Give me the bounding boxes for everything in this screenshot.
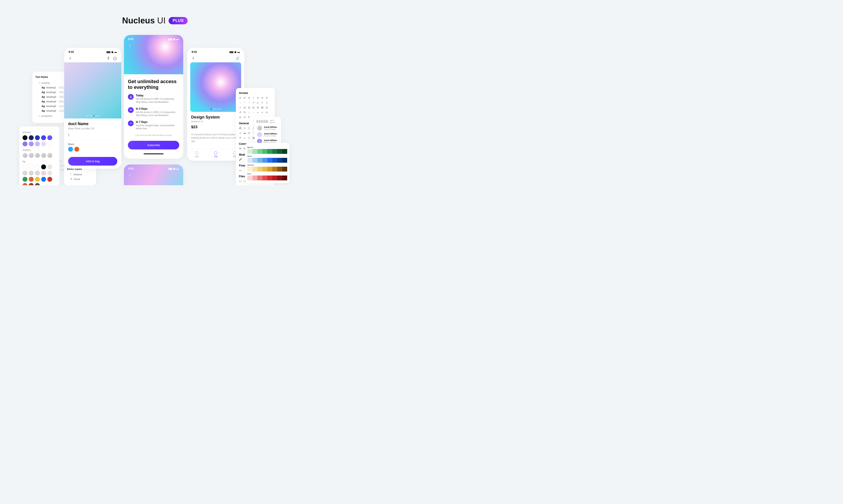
trial-note: 7 day free trial then $99.99 billed annu… — [128, 134, 179, 137]
cart-icon[interactable]: 🛒 — [236, 56, 240, 60]
add-to-bag-button[interactable]: Add to bag — [68, 157, 117, 166]
bag-icon[interactable]: ▢ — [113, 56, 117, 60]
avatar — [22, 153, 28, 158]
status-bar: 9:41 ▮▮▮◉▬ — [64, 48, 121, 55]
avatar — [29, 153, 34, 158]
arrows-grid: ⊙⊙⊙✓⊙⊙⊙↓← →↗↙↖↘⤢⊡⊡⊡ ⊡⊞⊡↺↻‹›«» ⊙⊙↺↻ — [239, 96, 272, 119]
section-title: Arrows — [239, 91, 272, 95]
scale-row — [247, 158, 287, 163]
color-swatch[interactable] — [29, 135, 34, 140]
status-time: 9:41 — [69, 50, 74, 54]
scale-row — [247, 149, 287, 154]
back-icon[interactable] — [192, 56, 195, 60]
status-bar: 9:41 ▮▮▮◉▬ — [187, 48, 244, 55]
color-swatch[interactable] — [35, 135, 40, 140]
feature-item: ▭ In 7 DaysYou'll be charged today, canc… — [128, 121, 179, 130]
product-price: $23 — [191, 125, 240, 129]
battery-icon: ▬ — [237, 51, 240, 53]
avatar — [47, 153, 52, 158]
mail-icon: ✉ — [128, 107, 134, 113]
color-swatch[interactable] — [29, 170, 34, 176]
subscribe-button[interactable]: Subscribe — [128, 141, 179, 149]
profile-item[interactable]: Juinal WilliamProduct Design — [257, 126, 278, 130]
color-swatch[interactable] — [22, 142, 28, 146]
color-swatch[interactable] — [29, 142, 34, 146]
primary-swatches — [22, 135, 56, 146]
color-swatch[interactable] — [47, 170, 52, 176]
colors-panel: primary avatars bg — [19, 126, 59, 185]
avatar — [35, 153, 40, 158]
signal-icon: ▮▮▮ — [229, 51, 234, 54]
variant-swatch[interactable] — [68, 147, 73, 152]
product-hero[interactable] — [64, 62, 121, 119]
headline: Get unlimited access to everything — [128, 79, 179, 90]
color-swatch[interactable] — [41, 164, 46, 169]
color-swatch[interactable] — [29, 183, 34, 185]
color-swatch[interactable] — [41, 135, 46, 140]
primary-label: primary — [22, 131, 56, 133]
status-time: 9:41 — [128, 38, 134, 41]
product-hero[interactable] — [190, 62, 241, 112]
color-swatch[interactable] — [47, 164, 52, 169]
share-icon[interactable]: ⇧ — [106, 56, 110, 60]
back-icon[interactable] — [128, 43, 132, 47]
battery-icon: ▬ — [176, 38, 179, 40]
effect-row[interactable]: ✳focus — [67, 178, 93, 180]
color-swatch[interactable] — [22, 135, 28, 140]
profile-item[interactable]: Juinal WilliamProduct Design — [257, 132, 278, 137]
status-time: 9:41 — [192, 50, 197, 54]
home-indicator — [143, 154, 164, 154]
color-swatch[interactable] — [47, 142, 52, 146]
avatar-stack: and 5 others — [257, 119, 278, 123]
color-swatch[interactable] — [22, 164, 28, 169]
product-address: ilman Drive La Jolla, CA — [68, 127, 117, 130]
plus-badge: PLUS — [169, 17, 188, 24]
color-swatch[interactable] — [47, 177, 52, 182]
color-swatch[interactable] — [41, 170, 46, 176]
product-subtitle: Nucleus UI — [191, 120, 240, 123]
variant-label: Black — [68, 143, 117, 145]
product-title: duct Name — [68, 122, 117, 126]
status-bar: 9:41 ▮▮▮◉▬ — [124, 164, 183, 172]
variant-swatch[interactable] — [74, 147, 79, 152]
avatar — [41, 153, 46, 158]
carousel-dots — [87, 115, 99, 116]
avatar-row — [22, 153, 56, 158]
color-swatch[interactable] — [47, 135, 52, 140]
color-swatch[interactable] — [22, 177, 28, 182]
feature-item: 🔒 TodayGet full access to 1000+ UI compo… — [128, 94, 179, 104]
color-swatch[interactable] — [41, 177, 46, 182]
wifi-icon: ◉ — [234, 51, 237, 54]
feature-item: ✉ In 3 DaysGet full access to 1000+ UI c… — [128, 107, 179, 117]
status-bar: 9:41 ▮▮▮◉▬ — [124, 35, 183, 42]
bg-label: bg — [22, 160, 56, 163]
color-scales-panel: $green $blue $yellow $red — [245, 143, 289, 183]
tab-item[interactable]: Title — [214, 151, 218, 158]
partial-list: 00/100/100 — [60, 158, 64, 173]
color-swatch[interactable] — [29, 164, 34, 169]
back-icon[interactable] — [128, 173, 132, 177]
color-swatch[interactable] — [41, 142, 46, 146]
color-swatch[interactable] — [35, 164, 40, 169]
product-desc: UI component library and UI kit that pro… — [191, 133, 240, 143]
carousel-dots — [211, 109, 221, 110]
phone-product: 9:41 ▮▮▮◉▬ ⇧ ▢ duct Name ilman Drive La … — [64, 48, 121, 169]
color-swatch[interactable] — [35, 177, 40, 182]
scale-row — [247, 176, 287, 180]
tab-item[interactable]: Title — [195, 151, 199, 158]
phone-bottom: 9:41 ▮▮▮◉▬ — [124, 164, 183, 185]
brand-title: Nucleus UI PLUS — [122, 16, 188, 25]
wifi-icon: ◉ — [111, 51, 114, 54]
color-swatch[interactable] — [22, 183, 28, 185]
effect-row[interactable]: ▾shadow — [67, 173, 93, 176]
product-title: Design System — [191, 115, 240, 120]
page-header: Nucleus UI PLUS — [0, 0, 310, 25]
color-swatch[interactable] — [35, 142, 40, 146]
color-swatch[interactable] — [22, 170, 28, 176]
color-swatch[interactable] — [29, 177, 34, 182]
color-swatch[interactable] — [35, 183, 40, 185]
color-swatch[interactable] — [35, 170, 40, 176]
scale-row — [247, 167, 287, 172]
wifi-icon: ◉ — [173, 38, 175, 41]
back-icon[interactable] — [69, 56, 73, 60]
